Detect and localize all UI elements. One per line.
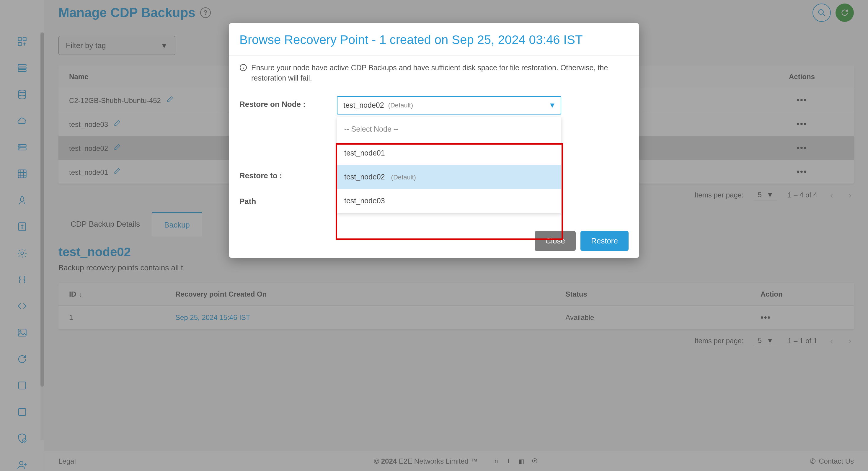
dropdown-option[interactable]: test_node01 — [337, 141, 561, 165]
info-icon — [240, 64, 247, 74]
modal-info: Ensure your node have active CDP Backups… — [240, 63, 628, 83]
dropdown-option[interactable]: test_node02 (Default) — [337, 165, 561, 189]
restore-to-label: Restore to : — [240, 168, 337, 180]
restore-node-select[interactable]: test_node02 (Default) ▼ — [337, 96, 561, 115]
modal-overlay: Browse Recovery Point - 1 created on Sep… — [0, 0, 868, 471]
browse-recovery-point-modal: Browse Recovery Point - 1 created on Sep… — [229, 23, 639, 258]
path-label: Path — [240, 193, 337, 206]
dropdown-placeholder[interactable]: -- Select Node -- — [337, 117, 561, 141]
restore-node-dropdown: -- Select Node -- test_node01 test_node0… — [337, 117, 561, 213]
close-button[interactable]: Close — [535, 231, 576, 251]
chevron-down-icon: ▼ — [549, 101, 556, 109]
restore-button[interactable]: Restore — [581, 231, 628, 251]
modal-title: Browse Recovery Point - 1 created on Sep… — [229, 23, 639, 55]
restore-node-label: Restore on Node : — [240, 96, 337, 115]
dropdown-option[interactable]: test_node03 — [337, 189, 561, 213]
